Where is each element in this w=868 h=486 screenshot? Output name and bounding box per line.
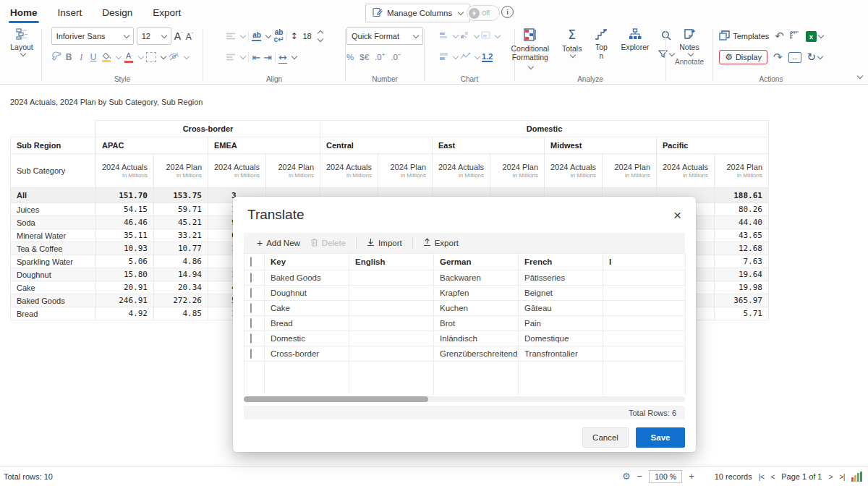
font-size-select[interactable]: 12 (137, 27, 171, 45)
manage-columns-button[interactable]: Manage Columns (365, 4, 470, 22)
settings-gear-icon[interactable]: ⚙ (622, 471, 631, 482)
translation-cell[interactable]: Beignet (519, 286, 603, 301)
row-label[interactable]: Tea & Coffee (11, 242, 96, 255)
increase-decimal-button[interactable]: .0+ (375, 53, 385, 61)
row-label[interactable]: Sparkling Water (11, 255, 96, 268)
fill-color-button[interactable] (101, 53, 111, 62)
bar-chart-icon[interactable] (439, 30, 449, 43)
translation-cell[interactable]: Pain (519, 316, 603, 331)
translation-cell[interactable]: Bread (265, 316, 349, 331)
translation-cell[interactable]: Domestique (519, 331, 603, 346)
measure-header[interactable]: 2024 Actualsin Millions (96, 154, 154, 188)
text-overflow-icon[interactable]: ab (252, 32, 261, 41)
font-family-select[interactable]: Inforiver Sans (51, 27, 134, 45)
currency-format-button[interactable]: $€ (359, 53, 369, 61)
tab-home[interactable]: Home (10, 7, 38, 18)
row-height-value[interactable]: 18 (301, 32, 314, 40)
grid-column-header[interactable]: I (603, 254, 686, 270)
row-select-cell[interactable] (244, 286, 265, 301)
measure-header[interactable]: 2024 Actualsin Millions (657, 154, 715, 188)
totals-button[interactable]: Σ Totals (558, 27, 586, 58)
combo-chart-icon[interactable] (460, 30, 470, 43)
measure-header[interactable]: 2024 Actualsin Millions (208, 154, 266, 188)
export-excel-button[interactable]: x (806, 31, 823, 42)
measure-header[interactable]: 2024 Actualsin Millions (545, 154, 603, 188)
data-cell[interactable]: 35.11 (96, 229, 154, 242)
region-header[interactable]: East (433, 137, 545, 154)
select-all-cell[interactable] (244, 254, 265, 270)
data-cell[interactable]: 54.15 (96, 203, 154, 216)
percent-format-button[interactable]: % (346, 53, 354, 61)
card-chart-icon[interactable] (481, 30, 491, 43)
measure-header[interactable]: 2024 Actualsin Millions (433, 154, 490, 188)
visibility-off-icon[interactable] (169, 51, 179, 64)
top-n-button[interactable]: Top n (590, 27, 612, 61)
row-label[interactable]: Doughnut (11, 268, 96, 281)
collapse-ribbon-icon[interactable] (857, 73, 863, 79)
data-cell[interactable]: 272.26 (154, 294, 208, 307)
bold-button[interactable]: B (64, 52, 74, 62)
row-label[interactable]: Baked Goods (11, 294, 96, 307)
region-header[interactable]: Central (320, 137, 433, 154)
tab-insert[interactable]: Insert (58, 7, 82, 18)
indent-increase-icon[interactable]: ⇥ (263, 51, 272, 63)
data-cell[interactable]: 5.06 (96, 255, 154, 268)
region-header[interactable]: EMEA (208, 137, 320, 154)
data-cell[interactable]: 246.91 (96, 294, 154, 307)
translation-cell[interactable]: Kuchen (434, 301, 519, 316)
checkbox-icon[interactable] (250, 288, 252, 298)
data-cell[interactable]: 20.91 (96, 281, 154, 294)
column-width-icon[interactable]: ↔ (278, 51, 287, 64)
translation-cell[interactable] (349, 270, 434, 286)
data-cell[interactable]: 14.94 (154, 268, 208, 281)
checkbox-icon[interactable] (250, 333, 252, 344)
data-cell[interactable]: 4.86 (154, 255, 208, 268)
borders-button[interactable] (146, 52, 156, 62)
grid-column-header[interactable]: German (434, 254, 519, 270)
redo-icon[interactable]: ↷ (773, 51, 783, 64)
measure-header[interactable]: 2024 Planin Millions (490, 154, 545, 188)
italic-button[interactable]: I (77, 52, 86, 63)
notes-button[interactable]: Notes (675, 27, 703, 56)
data-cell[interactable]: 188.61 (715, 188, 769, 203)
last-page-button[interactable]: >| (839, 472, 845, 481)
data-cell[interactable]: 20.34 (154, 281, 208, 294)
ruler-icon[interactable] (790, 30, 800, 43)
measure-header[interactable]: 2024 Planin Millions (715, 154, 769, 188)
add-new-button[interactable]: +Add New (257, 237, 300, 249)
row-label[interactable]: Juices (11, 203, 96, 216)
refresh-button[interactable]: ↻ (807, 51, 823, 64)
translation-cell[interactable] (603, 286, 686, 301)
checkbox-icon[interactable] (250, 318, 252, 328)
close-icon[interactable]: × (673, 208, 681, 222)
translation-cell[interactable]: Gâteau (519, 301, 603, 316)
translation-cell[interactable] (349, 346, 434, 362)
data-cell[interactable]: 4.92 (96, 307, 154, 320)
row-label[interactable]: Cake (11, 281, 96, 294)
translation-cell[interactable]: Inländisch (434, 331, 519, 346)
data-cell[interactable]: 10.93 (96, 242, 154, 255)
conditional-formatting-button[interactable]: ConditionalFormatting (506, 27, 553, 71)
measure-header[interactable]: 2024 Planin Millions (378, 154, 433, 188)
translation-cell[interactable] (603, 301, 686, 316)
region-header[interactable]: Pacific (657, 137, 769, 154)
data-cell[interactable]: 80.26 (715, 203, 769, 216)
grid-column-header[interactable]: English (349, 254, 434, 270)
first-page-button[interactable]: |< (759, 472, 765, 481)
info-icon[interactable]: i (501, 6, 514, 18)
data-cell[interactable]: 15.80 (96, 268, 154, 281)
horizontal-align-icon[interactable] (226, 54, 236, 61)
checkbox-icon[interactable] (250, 349, 252, 359)
region-header[interactable]: Midwest (545, 137, 657, 154)
translation-cell[interactable] (603, 331, 686, 346)
region-header[interactable]: APAC (96, 137, 208, 154)
horizontal-scrollbar[interactable] (244, 396, 685, 402)
data-cell[interactable]: 45.21 (154, 216, 208, 229)
data-cell[interactable]: 153.75 (154, 188, 208, 203)
translation-cell[interactable]: Cross-border (265, 346, 349, 362)
data-cell[interactable]: 365.97 (715, 294, 769, 307)
translation-cell[interactable] (603, 270, 686, 286)
previous-page-button[interactable]: < (771, 472, 775, 481)
data-cell[interactable]: 12.68 (715, 242, 769, 255)
save-button[interactable]: Save (636, 427, 685, 448)
